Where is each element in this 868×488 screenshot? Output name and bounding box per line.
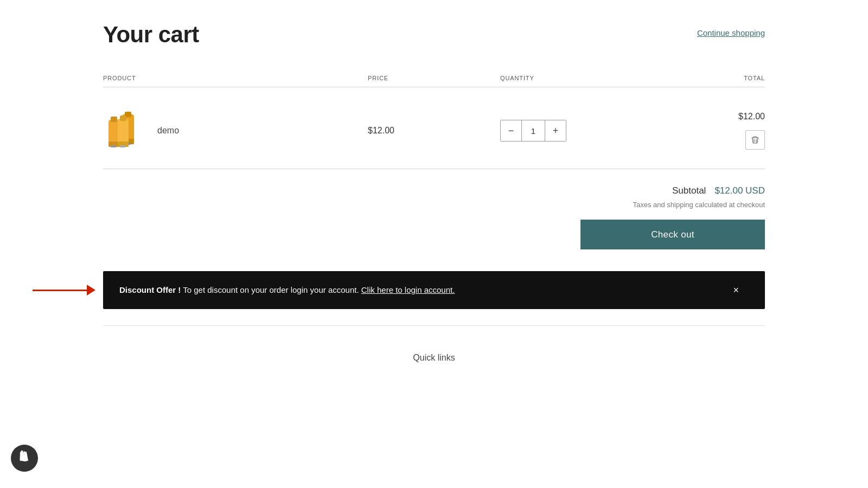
checkout-button[interactable]: Check out [580, 220, 765, 249]
arrow-line [33, 290, 87, 291]
quantity-value: 1 [521, 120, 545, 141]
col-header-product: PRODUCT [103, 75, 368, 81]
cart-item-row: demo $12.00 − 1 + $12.00 [103, 93, 765, 169]
quantity-increase-button[interactable]: + [545, 120, 566, 141]
delete-item-button[interactable] [745, 130, 765, 150]
discount-banner-wrapper: Discount Offer ! To get discount on your… [103, 271, 765, 309]
quick-links-label: Quick links [413, 353, 455, 362]
price-cell: $12.00 [368, 126, 500, 136]
product-name: demo [157, 126, 179, 136]
trash-icon [751, 136, 760, 144]
product-image-svg [106, 109, 144, 152]
cart-summary: Subtotal $12.00 USD Taxes and shipping c… [103, 169, 765, 260]
discount-banner: Discount Offer ! To get discount on your… [103, 271, 765, 309]
quantity-decrease-button[interactable]: − [501, 120, 521, 141]
svg-rect-5 [111, 117, 117, 122]
col-header-quantity: QUANTITY [500, 75, 633, 81]
tax-note: Taxes and shipping calculated at checkou… [633, 201, 765, 209]
subtotal-row: Subtotal $12.00 USD [672, 185, 765, 196]
subtotal-amount: $12.00 USD [714, 185, 765, 196]
quantity-cell: − 1 + [500, 120, 633, 142]
close-banner-button[interactable]: × [729, 283, 743, 297]
col-header-price: PRICE [368, 75, 500, 81]
discount-bold: Discount Offer ! [119, 285, 181, 294]
continue-shopping-link[interactable]: Continue shopping [697, 28, 765, 37]
shopify-icon [17, 450, 31, 467]
svg-rect-7 [111, 145, 116, 147]
product-image [103, 109, 146, 152]
divider [103, 325, 765, 326]
quick-links-section: Quick links [103, 331, 765, 374]
discount-message: To get discount on your order login your… [181, 285, 361, 294]
shopify-badge[interactable] [11, 445, 38, 472]
item-total: $12.00 [738, 112, 765, 121]
discount-text: Discount Offer ! To get discount on your… [119, 284, 455, 297]
page-title: Your cart [103, 22, 199, 48]
product-cell: demo [103, 109, 368, 152]
cart-header: Your cart Continue shopping [103, 22, 765, 48]
arrow-head [87, 285, 95, 296]
quantity-control: − 1 + [500, 120, 566, 142]
total-cell: $12.00 [633, 112, 765, 150]
arrow-indicator [33, 285, 95, 296]
svg-rect-9 [120, 115, 126, 121]
shopify-logo-svg [17, 450, 31, 464]
discount-login-link[interactable]: Clik here to login account. [361, 285, 455, 294]
col-header-total: TOTAL [633, 75, 765, 81]
subtotal-label: Subtotal [672, 185, 706, 196]
cart-table-header: PRODUCT PRICE QUANTITY TOTAL [103, 69, 765, 87]
svg-rect-11 [120, 145, 125, 147]
